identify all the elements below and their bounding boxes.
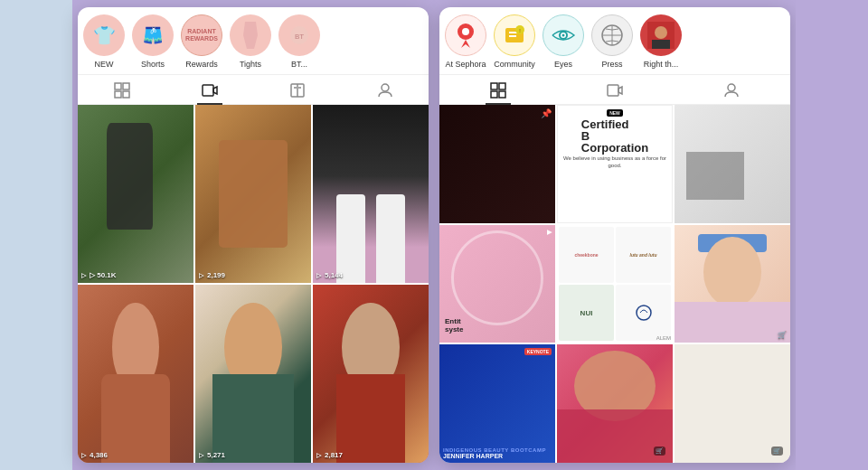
cell-1-inner: [78, 105, 193, 283]
left-stories-row: 👕 NEW 🩳 Shorts RADIANTREWARDS Rewards Ti…: [78, 7, 429, 75]
cell-6-count: ▷ 2,817: [316, 451, 343, 459]
play-icon-5: ▷: [199, 452, 203, 459]
store-sign-holder: [686, 152, 744, 199]
grid-cell-5[interactable]: ▷ 5,271: [195, 285, 311, 463]
play-icon-2: ▷: [199, 272, 203, 279]
svg-rect-27: [652, 40, 670, 49]
brands-more: ALEM: [656, 335, 671, 341]
video-icon: [201, 81, 219, 99]
grid-cell-4[interactable]: ▷ 4,386: [78, 285, 193, 463]
right-tab-grid[interactable]: [486, 80, 511, 100]
story-label-shorts: Shorts: [141, 60, 165, 69]
story-item-new[interactable]: 👕 NEW: [83, 14, 125, 69]
svg-rect-5: [123, 91, 129, 98]
tab-grid[interactable]: [109, 80, 135, 100]
right-phone: At Sephora ! Community: [439, 7, 790, 463]
cell-5-inner: [195, 285, 311, 463]
svg-text:BT: BT: [295, 33, 304, 41]
svg-rect-3: [123, 83, 129, 89]
grid-cell-1[interactable]: ▷ ▷ 50.1K: [78, 105, 193, 283]
story-label-tights: Tights: [240, 60, 261, 69]
svg-text:!: !: [519, 28, 521, 33]
cell-2-inner: [195, 105, 311, 283]
story-item-tights[interactable]: Tights: [230, 14, 271, 69]
svg-rect-31: [499, 91, 505, 98]
brand-cheekbone: cheekbone: [559, 227, 614, 283]
right-cell-spiral[interactable]: ▶ Entitsyste: [439, 225, 555, 343]
left-background: [0, 0, 72, 470]
svg-rect-28: [491, 83, 497, 89]
story-circle-new: 👕: [83, 14, 125, 56]
story-item-press[interactable]: Press: [591, 14, 633, 69]
story-item-community[interactable]: ! Community: [494, 14, 535, 69]
svg-point-34: [637, 306, 651, 320]
play-icon-6: ▷: [316, 452, 321, 459]
left-grid: ▷ ▷ 50.1K ▷ 2,199 ▷ 5,144: [78, 105, 429, 463]
grid-cell-6[interactable]: ▷ 2,817: [313, 285, 429, 463]
tab-book[interactable]: [285, 80, 310, 100]
story-item-shorts[interactable]: 🩳 Shorts: [132, 14, 174, 69]
right-tab-profile[interactable]: [719, 80, 744, 100]
community-icon: !: [502, 23, 527, 48]
story-circle-community: !: [494, 14, 535, 56]
grid-cell-3[interactable]: ▷ 5,144: [313, 105, 429, 283]
svg-rect-29: [499, 83, 505, 89]
right-stories-row: At Sephora ! Community: [439, 7, 790, 75]
story-label-bt: BT...: [291, 60, 307, 69]
story-circle-shorts: 🩳: [132, 14, 174, 56]
story-label-new: NEW: [95, 60, 114, 69]
cell-6-inner: [313, 285, 429, 463]
story-label-right-th: Right th...: [644, 60, 679, 69]
right-cell-sephora-store[interactable]: SEPHORA: [675, 105, 790, 223]
right-grid-icon: [489, 81, 507, 99]
svg-rect-4: [115, 91, 121, 98]
tab-profile[interactable]: [373, 80, 398, 100]
svg-rect-16: [509, 35, 516, 37]
under100-cart-inner: 🛒: [771, 446, 783, 456]
story-item-rewards[interactable]: RADIANTREWARDS Rewards: [181, 14, 222, 69]
right-tab-video[interactable]: [602, 80, 627, 100]
story-item-right-th[interactable]: Right th...: [640, 14, 682, 69]
right-cell-colorful[interactable]: 🛒: [557, 344, 673, 463]
svg-rect-30: [491, 91, 497, 98]
profile-icon: [376, 81, 394, 99]
cart-icon-right: 🛒: [778, 331, 787, 339]
cart-icon-under100: 🛒: [773, 447, 781, 455]
story-circle-press: [591, 14, 633, 56]
right-cell-makeup[interactable]: 🛒: [675, 225, 790, 343]
under100-bg: [675, 344, 790, 463]
play-icon-1: ▷: [81, 272, 86, 279]
makeup-body: [675, 302, 790, 343]
cell-4-inner: [78, 285, 193, 463]
right-cell-under100[interactable]: UNDER $100 CHEEKBONE BEAUTY HAUNT AT THI…: [675, 344, 790, 463]
svg-rect-6: [203, 85, 213, 96]
svg-rect-2: [115, 83, 121, 89]
right-cell-brands[interactable]: cheekbone lutu and lutu NUI ALEM: [557, 225, 673, 343]
story-circle-rewards: RADIANTREWARDS: [181, 14, 222, 56]
brand-nui: NUI: [559, 285, 614, 341]
spiral-text: Entitsyste: [445, 317, 463, 334]
story-item-eyes[interactable]: Eyes: [542, 14, 584, 69]
right-cell-bcorp[interactable]: NEW CertifiedBCorporation We believe in …: [557, 105, 673, 223]
press-icon: [600, 24, 624, 47]
grid-cell-2[interactable]: ▷ 2,199: [195, 105, 311, 283]
right-profile-icon: [722, 81, 741, 99]
tab-video[interactable]: [197, 80, 222, 100]
keynote-badge: KEYNOTE: [524, 348, 552, 355]
left-phone: 👕 NEW 🩳 Shorts RADIANTREWARDS Rewards Ti…: [78, 7, 429, 463]
play-icon-4: ▷: [81, 452, 86, 459]
story-pin-icon: 📌: [541, 108, 552, 118]
story-circle-eyes: [542, 14, 584, 56]
brand-polo: [616, 285, 671, 341]
story-item-bt[interactable]: BT BT...: [278, 14, 320, 69]
right-tab-bar: [439, 75, 790, 105]
sephora-store-content: SEPHORA: [675, 105, 790, 223]
bcorp-new-badge: NEW: [607, 109, 623, 117]
story-item-at-sephora[interactable]: At Sephora: [445, 14, 486, 69]
right-cell-story[interactable]: RIGHTTHESTORY 📌: [439, 105, 555, 223]
cell-5-count: ▷ 5,271: [199, 451, 225, 459]
svg-point-33: [728, 84, 735, 91]
spiral-ring: [451, 230, 543, 325]
right-cell-keynote[interactable]: KEYNOTE INDIGENOUS BEAUTY BOOTCAMP JENNI…: [439, 344, 555, 463]
keynote-content: KEYNOTE INDIGENOUS BEAUTY BOOTCAMP JENNI…: [439, 344, 555, 463]
